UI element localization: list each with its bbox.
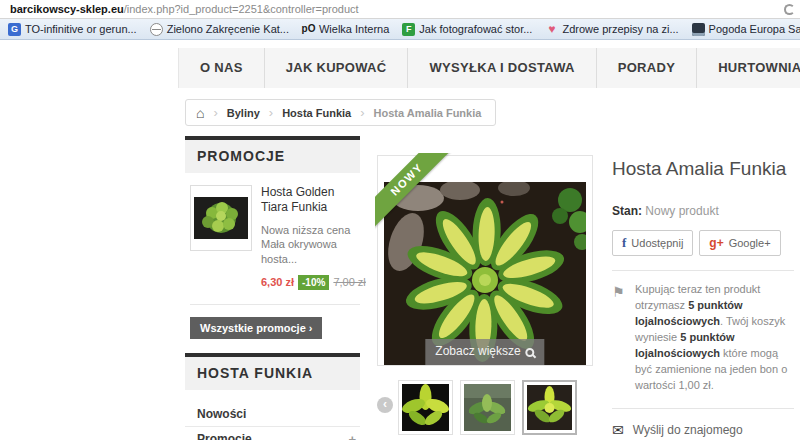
- sidebar-item-promocje[interactable]: Promocje +: [185, 427, 360, 440]
- condition-label: Stan:: [612, 204, 642, 218]
- main-nav: O NAS JAK KUPOWAĆ WYSYŁKA I DOSTAWA PORA…: [178, 48, 800, 88]
- promo-section-title: PROMOCJE: [185, 140, 360, 173]
- new-badge: NOWY: [375, 153, 458, 231]
- bookmark-item[interactable]: pOWielka Interna: [302, 23, 389, 36]
- promo-product-desc: Nowa niższa cena Mała okrywowa hosta...: [261, 223, 361, 266]
- divider: [612, 408, 794, 409]
- category-section-title: HOSTA FUNKIA: [185, 357, 360, 390]
- bookmark-item[interactable]: Pogoda Europa Satelit...: [692, 23, 800, 36]
- send-to-friend-link[interactable]: ✉ Wyślij do znajomego: [612, 419, 794, 440]
- facebook-share-button[interactable]: f Udostępnij: [612, 230, 693, 256]
- product-action-links: ✉ Wyślij do znajomego f Udostępnij na Fa…: [612, 419, 794, 440]
- thumb2-illustration: [464, 384, 511, 431]
- refresh-icon[interactable]: [784, 4, 795, 15]
- bookmark-label: Pogoda Europa Satelit...: [709, 23, 800, 35]
- magnifier-icon: [526, 348, 535, 357]
- divider: [612, 270, 794, 271]
- promo-product-title[interactable]: Hosta Golden Tiara Funkia: [261, 185, 361, 215]
- hosta-thumb-illustration: [194, 197, 248, 239]
- promo-prices: 6,30 zł -10% 7,00 zł: [261, 275, 361, 290]
- green-f-icon: F: [402, 23, 415, 36]
- promo-discount-badge: -10%: [298, 275, 329, 290]
- nav-item-porady[interactable]: PORADY: [597, 48, 697, 88]
- browser-url-bar[interactable]: barcikowscy-sklep.eu/index.php?id_produc…: [0, 0, 800, 19]
- breadcrumb: ⌂ › Byliny › Hosta Funkia › Hosta Amalia…: [185, 99, 496, 126]
- bookmark-label: Zdrowe przepisy na zi...: [562, 23, 678, 35]
- breadcrumb-item-current: Hosta Amalia Funkia: [374, 107, 482, 119]
- sidebar-item-nowosci[interactable]: Nowości: [185, 402, 360, 427]
- po-logo-icon: pO: [302, 23, 315, 36]
- breadcrumb-item-hosta-funkia[interactable]: Hosta Funkia: [282, 107, 351, 119]
- weather-icon: [692, 23, 705, 36]
- googleplus-icon: g+: [709, 236, 723, 250]
- nav-item-wysylka[interactable]: WYSYŁKA I DOSTAWA: [408, 48, 596, 88]
- all-promotions-button[interactable]: Wszystkie promocje ›: [190, 317, 322, 339]
- thumbs-prev-button[interactable]: ‹: [377, 397, 393, 413]
- thumb1-illustration: [402, 384, 449, 431]
- chevron-right-icon: ›: [269, 105, 273, 120]
- envelope-icon: ✉: [612, 422, 624, 438]
- googleplus-share-button[interactable]: g+ Google+: [699, 230, 780, 256]
- promo-price-old: 7,00 zł: [333, 276, 365, 288]
- bookmarks-bar: GTO-infinitive or gerun... Zielono Zakrę…: [0, 19, 800, 40]
- url-domain: barcikowscy-sklep.eu: [10, 3, 124, 15]
- promo-product-image[interactable]: [190, 185, 252, 251]
- bookmark-item[interactable]: ♥Zdrowe przepisy na zi...: [545, 23, 678, 36]
- product-image-frame: Zobacz większe NOWY: [377, 155, 593, 366]
- product-title: Hosta Amalia Funkia: [612, 158, 794, 180]
- nav-item-hurtownia[interactable]: HURTOWNIA: [697, 48, 800, 88]
- loyalty-points-note: ⚑ Kupując teraz ten produkt otrzymasz 5 …: [612, 282, 794, 394]
- promo-price-new: 6,30 zł: [261, 276, 294, 288]
- chevron-right-icon: ›: [360, 105, 364, 120]
- view-larger-button[interactable]: Zobacz większe: [425, 339, 544, 365]
- plus-icon[interactable]: +: [348, 427, 356, 440]
- nav-item-o-nas[interactable]: O NAS: [178, 48, 265, 88]
- home-icon[interactable]: ⌂: [196, 105, 204, 121]
- heart-icon: ♥: [545, 23, 558, 36]
- promo-product-info: Hosta Golden Tiara Funkia Nowa niższa ce…: [261, 185, 361, 290]
- product-info-panel: Hosta Amalia Funkia Stan: Nowy produkt f…: [612, 158, 794, 440]
- category-menu: Nowości Promocje + Byliny − › Agapant Ag…: [185, 402, 360, 440]
- facebook-icon: f: [622, 235, 626, 251]
- bookmark-item[interactable]: FJak fotografować stor...: [402, 23, 532, 36]
- bookmark-label: Jak fotografować stor...: [419, 23, 532, 35]
- nav-item-jak-kupowac[interactable]: JAK KUPOWAĆ: [265, 48, 409, 88]
- bookmark-label: Wielka Interna: [319, 23, 389, 35]
- bookmark-item[interactable]: Zielono Zakręcenie Kat...: [150, 23, 289, 36]
- promo-product-card[interactable]: Hosta Golden Tiara Funkia Nowa niższa ce…: [185, 173, 360, 300]
- sidebar: PROMOCJE Hosta Golden Tiara Funkia Nowa …: [185, 136, 360, 440]
- share-buttons: f Udostępnij g+ Google+: [612, 230, 794, 256]
- category-section: HOSTA FUNKIA Nowości Promocje + Byliny −…: [185, 353, 360, 440]
- thumbnail-2[interactable]: [460, 380, 515, 435]
- condition-value: Nowy produkt: [645, 204, 718, 218]
- globe-icon: [150, 23, 163, 36]
- bookmark-label: TO-infinitive or gerun...: [25, 23, 137, 35]
- product-condition: Stan: Nowy produkt: [612, 204, 794, 218]
- breadcrumb-item-byliny[interactable]: Byliny: [227, 107, 260, 119]
- thumbnail-3-selected[interactable]: [522, 380, 577, 435]
- url-path: /index.php?id_product=2251&controller=pr…: [124, 3, 359, 15]
- chevron-right-icon: ›: [213, 105, 217, 120]
- thumbnail-1[interactable]: [398, 380, 453, 435]
- thumb3-illustration: [527, 385, 572, 430]
- google-blue-icon: G: [8, 23, 21, 36]
- bookmark-label: Zielono Zakręcenie Kat...: [167, 23, 289, 35]
- new-ribbon-wrap: NOWY: [375, 153, 461, 239]
- divider: [190, 304, 360, 305]
- bookmark-item[interactable]: GTO-infinitive or gerun...: [8, 23, 137, 36]
- flag-icon: ⚑: [612, 282, 625, 302]
